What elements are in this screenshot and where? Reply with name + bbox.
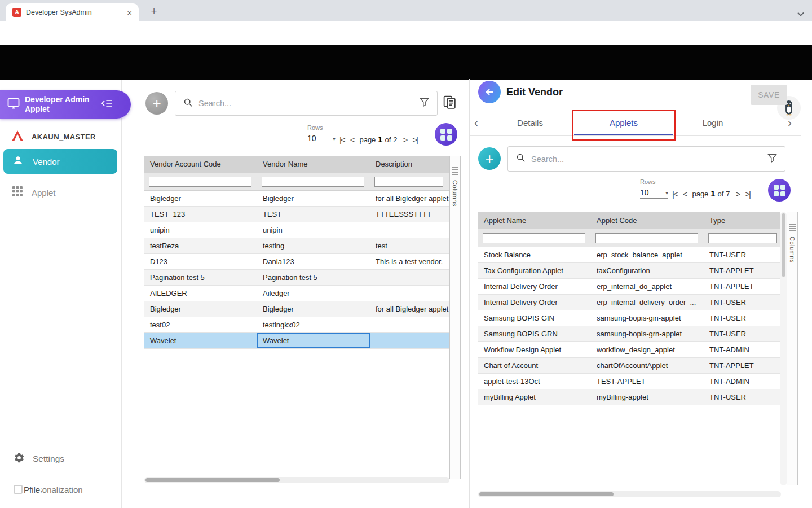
sidebar-item-applet[interactable]: Applet <box>0 182 122 203</box>
column-filter-input[interactable] <box>483 233 585 243</box>
table-cell[interactable]: applet-test-13Oct <box>478 374 591 389</box>
table-cell[interactable]: Bigledger <box>257 191 370 206</box>
table-cell[interactable]: TNT-APPLET <box>704 279 780 294</box>
table-row[interactable]: unipinunipin <box>144 222 449 238</box>
table-row[interactable]: Internal Delivery Ordererp_internal_deli… <box>478 295 780 310</box>
table-cell[interactable]: Samsung BOPIS GIN <box>478 310 591 326</box>
table-row[interactable]: Chart of AccountchartOfAccountAppletTNT-… <box>478 358 780 374</box>
column-header[interactable]: Vendor Account Code <box>144 156 257 173</box>
table-cell[interactable] <box>370 222 449 238</box>
sidebar-item-vendor[interactable]: Vendor <box>3 149 117 174</box>
table-cell[interactable]: chartOfAccountApplet <box>591 358 704 373</box>
table-cell[interactable]: TNT-APPLET <box>704 358 780 373</box>
table-cell[interactable]: Workflow Design Applet <box>478 342 591 357</box>
drag-grip-icon[interactable] <box>452 167 458 175</box>
table-row[interactable]: Tax Configuration ApplettaxConfiguration… <box>478 263 780 279</box>
tab-close-icon[interactable]: × <box>126 8 133 17</box>
checkbox[interactable] <box>14 485 23 494</box>
table-row[interactable]: AILEDGERAiledger <box>144 286 449 301</box>
table-cell[interactable]: This is a test vendor. <box>370 254 449 269</box>
new-tab-button[interactable]: + <box>147 5 161 19</box>
column-filter-input[interactable] <box>149 177 251 187</box>
filter-icon[interactable] <box>767 154 777 165</box>
table-cell[interactable]: TTTEESSSTTTT <box>370 207 449 222</box>
horizontal-scrollbar[interactable] <box>478 491 781 497</box>
table-cell[interactable]: unipin <box>257 222 370 238</box>
column-filter-input[interactable] <box>595 233 698 243</box>
table-cell[interactable] <box>370 333 449 348</box>
table-row[interactable]: Internal Delivery Ordererp_internal_do_a… <box>478 279 780 295</box>
column-header[interactable]: Applet Name <box>478 212 591 229</box>
table-cell[interactable]: Chart of Account <box>478 358 591 373</box>
table-cell[interactable]: Samsung BOPIS GRN <box>478 326 591 341</box>
table-row[interactable]: test02testingkx02 <box>144 317 449 333</box>
table-cell[interactable]: Pagination test 5 <box>257 270 370 285</box>
table-cell[interactable] <box>370 317 449 332</box>
table-cell[interactable]: erp_internal_do_applet <box>591 279 704 294</box>
table-cell[interactable]: myBilling-applet <box>591 389 704 405</box>
horizontal-scrollbar[interactable] <box>144 477 449 483</box>
table-row[interactable]: D123Dania123This is a test vendor. <box>144 254 449 270</box>
table-cell[interactable]: test02 <box>144 317 257 332</box>
table-row[interactable]: Workflow Design Appletworkflow_design_ap… <box>478 342 780 358</box>
table-row[interactable]: applet-test-13OctTEST-APPLETTNT-ADMIN <box>478 374 780 389</box>
table-cell[interactable] <box>370 270 449 285</box>
table-cell[interactable]: Internal Delivery Order <box>478 279 591 294</box>
table-cell[interactable]: TEST <box>257 207 370 222</box>
first-page-button[interactable]: |< <box>672 189 677 199</box>
table-cell[interactable]: for all Bigledger applet <box>370 191 449 206</box>
table-cell[interactable]: testing <box>257 238 370 253</box>
scrollbar-thumb[interactable] <box>782 213 785 277</box>
tab-applets[interactable]: Applets <box>574 111 673 135</box>
table-cell[interactable]: TNT-APPLET <box>704 263 780 278</box>
table-row[interactable]: myBilling AppletmyBilling-appletTNT-USER <box>478 389 780 405</box>
tab-details[interactable]: Details <box>486 111 574 135</box>
table-cell[interactable]: Dania123 <box>257 254 370 269</box>
add-vendor-button[interactable]: + <box>145 92 168 115</box>
next-page-button[interactable]: > <box>403 135 407 144</box>
browser-tab[interactable]: A Developer SysAdmin × <box>6 3 139 21</box>
rows-per-page-select[interactable]: 10 ▾ <box>640 187 668 199</box>
vendor-search-input[interactable] <box>198 99 414 108</box>
applet-search-box[interactable] <box>508 146 785 172</box>
last-page-button[interactable]: >| <box>412 135 417 144</box>
applet-search-input[interactable] <box>531 155 762 164</box>
table-cell[interactable]: TNT-ADMIN <box>704 342 780 357</box>
back-to-list-button[interactable] <box>478 81 501 103</box>
table-cell[interactable]: myBilling Applet <box>478 389 591 405</box>
table-cell[interactable]: Ailedger <box>257 286 370 301</box>
column-header[interactable]: Applet Code <box>591 212 704 229</box>
first-page-button[interactable]: |< <box>339 135 345 144</box>
table-cell[interactable]: Bigledger <box>257 301 370 317</box>
table-row[interactable]: Pagination test 5Pagination test 5 <box>144 270 449 286</box>
table-cell[interactable]: TEST-APPLET <box>591 374 704 389</box>
table-cell[interactable]: AILEDGER <box>144 286 257 301</box>
table-cell[interactable]: erp_stock_balance_applet <box>591 247 704 262</box>
table-cell[interactable]: D123 <box>144 254 257 269</box>
sidebar-item-settings[interactable]: Settings <box>0 450 122 468</box>
table-cell[interactable]: Wavelet <box>144 333 257 348</box>
column-filter-input[interactable] <box>374 177 443 187</box>
table-cell[interactable]: Stock Balance <box>478 247 591 262</box>
table-cell[interactable]: erp_internal_delivery_order_... <box>591 295 704 310</box>
column-header[interactable]: Type <box>704 212 780 229</box>
table-cell[interactable]: Pagination test 5 <box>144 270 257 285</box>
table-cell[interactable]: Bigledger <box>144 191 257 206</box>
next-page-button[interactable]: > <box>736 189 740 199</box>
tabs-scroll-right-icon[interactable]: › <box>788 116 792 129</box>
table-cell[interactable]: unipin <box>144 222 257 238</box>
sidebar-item-akaun-master[interactable]: AKAUN_MASTER <box>0 126 122 147</box>
table-cell[interactable]: testingkx02 <box>257 317 370 332</box>
table-cell[interactable]: for all Bigledger applet <box>370 301 449 317</box>
table-cell[interactable]: TNT-USER <box>704 326 780 341</box>
collapse-menu-icon[interactable] <box>102 99 113 110</box>
table-row[interactable]: WaveletWavelet <box>144 333 449 349</box>
scrollbar-thumb[interactable] <box>145 478 280 482</box>
table-row[interactable]: TEST_123TESTTTTEESSSTTTT <box>144 207 449 222</box>
table-cell[interactable]: samsung-bopis-gin-applet <box>591 310 704 326</box>
table-cell[interactable]: Bigledger <box>144 301 257 317</box>
table-row[interactable]: testRezatestingtest <box>144 238 449 254</box>
prev-page-button[interactable]: < <box>683 189 687 199</box>
table-cell[interactable] <box>370 286 449 301</box>
table-cell[interactable]: test <box>370 238 449 253</box>
